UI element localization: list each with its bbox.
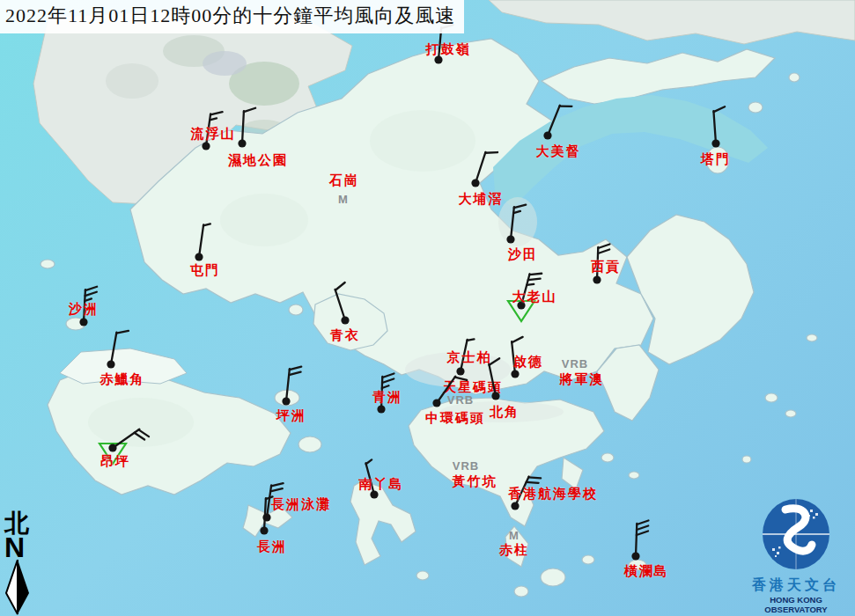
station-status-赤柱: M — [509, 529, 520, 542]
wind-barb-塔門 — [672, 99, 760, 187]
station-label-打鼓嶺: 打鼓嶺 — [426, 41, 471, 58]
station-label-大老山: 大老山 — [512, 289, 557, 305]
weather-map-screen: 流浮山濕地公園打鼓嶺大美督塔門石崗M大埔滘沙田屯門沙洲赤鱲角西貢大老山青衣京士柏… — [0, 0, 855, 616]
po-toi-island — [541, 568, 565, 586]
map-title: 2022年11月01日12時00分的十分鐘平均風向及風速 — [0, 0, 464, 33]
station-dot — [471, 179, 479, 187]
compass-north-en-label: N — [4, 535, 40, 560]
station-dot — [711, 139, 719, 147]
station-label-石崗: 石崗 — [329, 172, 359, 189]
station-label-沙洲: 沙洲 — [69, 301, 99, 318]
station-label-沙田: 沙田 — [508, 246, 538, 263]
hko-name-english: HONG KONG OBSERVATORY — [740, 595, 852, 614]
station-label-香港航海學校: 香港航海學校 — [508, 486, 598, 502]
wind-barb-長洲 — [220, 487, 308, 575]
wind-barb-坪洲 — [242, 357, 330, 445]
station-dot — [511, 502, 519, 510]
station-label-將軍澳: 將軍澳 — [560, 371, 605, 388]
station-status-將軍澳: VRB — [562, 357, 588, 370]
station-label-塔門: 塔門 — [701, 151, 731, 168]
station-label-昂坪: 昂坪 — [100, 453, 130, 470]
wind-barb-屯門 — [155, 213, 243, 301]
sai-kung-peninsula — [627, 215, 754, 364]
station-dot — [631, 552, 639, 560]
hko-logo-icon — [759, 497, 833, 571]
station-dot — [341, 316, 349, 324]
station-dot — [432, 399, 440, 407]
hko-logo: 香港天文台 HONG KONG OBSERVATORY — [740, 497, 852, 614]
station-label-青洲: 青洲 — [372, 389, 402, 406]
wind-barb-濕地公園 — [198, 99, 286, 187]
northeast-coast — [489, 0, 855, 44]
station-dot — [282, 397, 290, 405]
north-arrow-icon — [4, 560, 34, 616]
station-dot — [260, 526, 268, 534]
station-label-長洲: 長洲 — [257, 539, 287, 555]
station-dot — [107, 360, 114, 368]
station-label-大美督: 大美督 — [536, 143, 581, 160]
wind-barb-青衣 — [301, 276, 389, 364]
station-dot — [238, 139, 246, 147]
station-dot — [377, 405, 385, 413]
station-status-石崗: M — [338, 193, 349, 206]
station-label-北角: 北角 — [490, 404, 520, 421]
wind-barb-昂坪 — [69, 404, 157, 492]
station-dot — [543, 131, 551, 139]
station-label-赤柱: 赤柱 — [499, 542, 529, 559]
station-dot — [593, 275, 601, 283]
station-label-橫瀾島: 橫瀾島 — [624, 563, 669, 580]
station-dot — [195, 253, 203, 260]
station-dot — [506, 235, 514, 243]
station-label-坪洲: 坪洲 — [276, 407, 306, 424]
station-dot — [491, 392, 499, 400]
station-label-赤鱲角: 赤鱲角 — [100, 371, 145, 388]
wind-barb-赤鱲角 — [67, 320, 155, 408]
wind-barb-橫瀾島 — [592, 512, 680, 600]
wind-barb-青洲 — [337, 365, 425, 453]
wind-barb-南丫島 — [330, 451, 418, 539]
station-label-濕地公園: 濕地公園 — [228, 152, 288, 169]
station-dot — [108, 444, 116, 451]
station-label-屯門: 屯門 — [190, 262, 220, 279]
station-label-中環碼頭: 中環碼頭 — [425, 410, 485, 427]
hko-name-chinese: 香港天文台 — [740, 576, 852, 595]
station-label-南丫島: 南丫島 — [359, 476, 404, 493]
north-compass: 北 N — [4, 512, 40, 616]
station-label-青衣: 青衣 — [330, 327, 360, 344]
wind-barb-西貢 — [553, 236, 641, 324]
station-label-西貢: 西貢 — [591, 259, 621, 275]
